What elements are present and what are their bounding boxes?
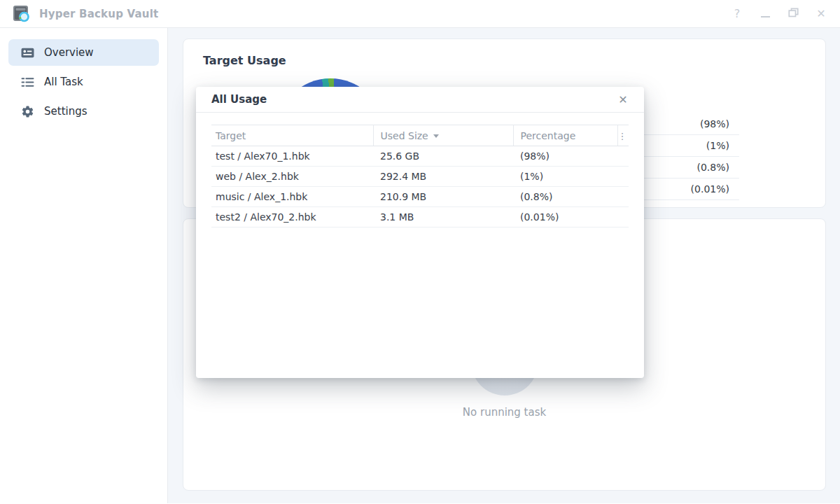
legend-percentage: (98%) <box>700 118 729 130</box>
cell-used-size: 292.4 MB <box>373 167 513 187</box>
sort-desc-icon <box>433 134 439 138</box>
close-dialog-button[interactable]: ✕ <box>616 93 630 106</box>
hyper-backup-vault-app-icon <box>13 5 31 23</box>
app-title: Hyper Backup Vault <box>39 8 158 20</box>
sidebar-item-label: Overview <box>44 46 94 59</box>
cell-percentage: (98%) <box>513 146 617 167</box>
close-button[interactable]: ✕ <box>815 8 827 20</box>
cell-percentage: (0.8%) <box>513 187 617 207</box>
sidebar-item-overview[interactable]: Overview <box>8 39 159 66</box>
titlebar: Hyper Backup Vault ? ✕ <box>0 0 840 28</box>
legend-percentage: (0.8%) <box>697 162 730 173</box>
cell-used-size: 210.9 MB <box>373 187 513 207</box>
table-header-row: Target Used Size Percentage ⋮ <box>211 125 629 146</box>
table-row[interactable]: test2 / Alex70_2.hbk 3.1 MB (0.01%) <box>211 207 629 227</box>
kebab-menu-icon: ⋮ <box>618 131 627 141</box>
sidebar: Overview All Task Settings <box>0 28 168 503</box>
usage-table: Target Used Size Percentage ⋮ test / Ale… <box>211 125 629 227</box>
usage-table-container: Target Used Size Percentage ⋮ test / Ale… <box>211 125 629 227</box>
table-row[interactable]: test / Alex70_1.hbk 25.6 GB (98%) <box>211 146 629 167</box>
column-header-target[interactable]: Target <box>211 125 373 146</box>
overview-icon <box>21 46 34 59</box>
all-usage-dialog: All Usage ✕ Target Used Size Percentage … <box>196 87 644 378</box>
restore-button[interactable] <box>787 8 799 20</box>
gear-icon <box>21 105 34 118</box>
restore-icon <box>788 8 799 18</box>
minimize-icon <box>761 16 770 18</box>
cell-target: test / Alex70_1.hbk <box>211 146 373 167</box>
sidebar-item-settings[interactable]: Settings <box>8 98 159 125</box>
target-usage-title: Target Usage <box>183 39 825 67</box>
cell-used-size: 25.6 GB <box>373 146 513 167</box>
help-button[interactable]: ? <box>731 8 743 20</box>
window-controls: ? ✕ <box>731 8 827 20</box>
sidebar-item-all-task[interactable]: All Task <box>8 69 159 95</box>
dialog-header: All Usage ✕ <box>196 87 644 113</box>
cell-used-size: 3.1 MB <box>373 207 513 227</box>
cell-percentage: (1%) <box>513 167 617 187</box>
dialog-title: All Usage <box>211 93 267 106</box>
cell-target: test2 / Alex70_2.hbk <box>211 207 373 227</box>
cell-target: music / Alex_1.hbk <box>211 187 373 207</box>
legend-percentage: (1%) <box>706 140 729 151</box>
minimize-button[interactable] <box>759 8 771 20</box>
column-header-percentage[interactable]: Percentage <box>513 125 617 146</box>
legend-percentage: (0.01%) <box>691 183 729 195</box>
app-identity: Hyper Backup Vault <box>13 5 158 23</box>
sidebar-item-label: All Task <box>44 76 83 88</box>
task-list-icon <box>21 76 34 89</box>
table-row[interactable]: music / Alex_1.hbk 210.9 MB (0.8%) <box>211 187 629 207</box>
column-header-used-size[interactable]: Used Size <box>373 125 513 146</box>
cell-target: web / Alex_2.hbk <box>211 167 373 187</box>
table-row[interactable]: web / Alex_2.hbk 292.4 MB (1%) <box>211 167 629 187</box>
column-options-button[interactable]: ⋮ <box>617 125 629 146</box>
cell-percentage: (0.01%) <box>513 207 617 227</box>
sidebar-item-label: Settings <box>44 105 88 118</box>
empty-state-text: No running task <box>183 406 825 419</box>
